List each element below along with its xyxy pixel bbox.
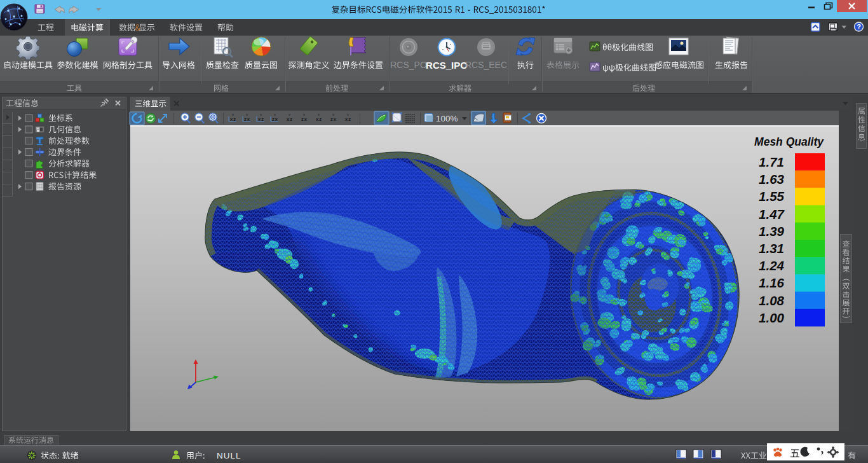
svg-text:x: x: [232, 113, 234, 116]
svg-text:v: v: [332, 113, 334, 116]
svg-text:1.71: 1.71: [759, 155, 784, 169]
svg-text:v: v: [347, 113, 349, 116]
svg-text:1.63: 1.63: [759, 172, 784, 186]
svg-text:v: v: [246, 113, 248, 116]
svg-text:1.00: 1.00: [759, 310, 784, 325]
svg-text:1.16: 1.16: [759, 275, 784, 290]
svg-text:v: v: [288, 113, 290, 116]
svg-text:NULL: NULL: [217, 451, 241, 460]
svg-text:zx: zx: [301, 116, 308, 122]
svg-text:1.08: 1.08: [759, 293, 784, 308]
svg-text:1.47: 1.47: [759, 207, 785, 221]
svg-text:RCS_PO: RCS_PO: [390, 60, 427, 70]
svg-text:xz: xz: [345, 116, 351, 122]
svg-text:xz: xz: [316, 116, 322, 122]
svg-text:x: x: [318, 113, 320, 116]
svg-text:zx: zx: [330, 116, 337, 122]
svg-text:1.31: 1.31: [759, 241, 784, 256]
svg-text:v: v: [303, 113, 305, 116]
svg-text:1.24: 1.24: [759, 258, 784, 273]
svg-text:xz: xz: [287, 116, 293, 122]
svg-text:?: ?: [857, 23, 861, 31]
svg-text:RCS_EEC: RCS_EEC: [465, 60, 507, 70]
svg-text:Mesh Quality: Mesh Quality: [754, 135, 824, 148]
svg-text:1.55: 1.55: [759, 189, 784, 204]
svg-text:x: x: [274, 113, 276, 116]
svg-text:100%: 100%: [436, 114, 458, 123]
svg-text:v: v: [260, 113, 262, 116]
svg-text:1.39: 1.39: [759, 224, 784, 238]
svg-text:RCS_IPO: RCS_IPO: [426, 60, 468, 71]
